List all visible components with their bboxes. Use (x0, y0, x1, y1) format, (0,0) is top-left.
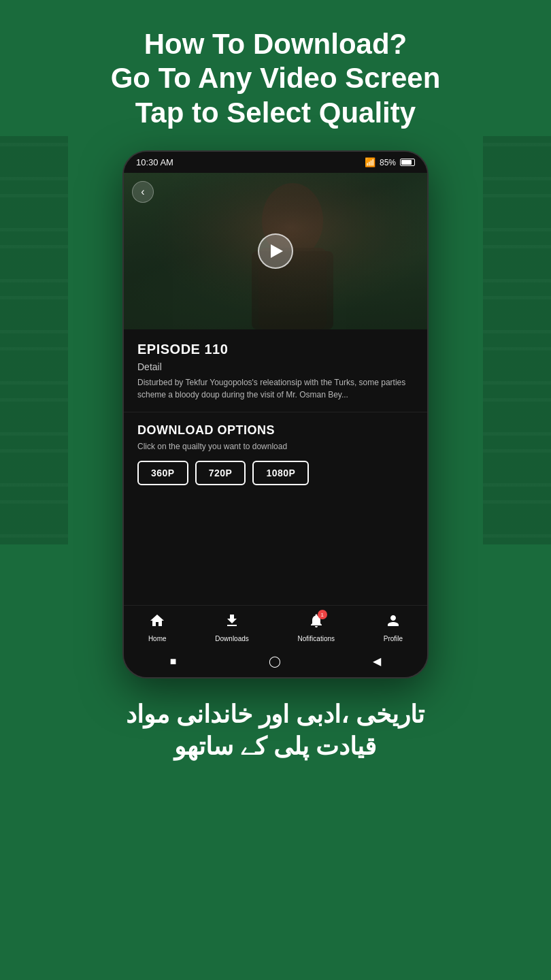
quality-buttons: 360P 720P 1080P (137, 461, 414, 485)
download-icon (224, 612, 240, 633)
nav-downloads-label: Downloads (215, 635, 248, 642)
video-section: ‹ (124, 173, 427, 329)
play-icon (271, 244, 283, 258)
nav-downloads[interactable]: Downloads (215, 612, 248, 642)
nav-notifications[interactable]: 1 Nofifications (298, 612, 335, 642)
battery-icon (400, 159, 415, 166)
download-subtitle: Click on the quailty you want to downloa… (137, 442, 414, 451)
header-line2: Go To Any Video Screen (111, 61, 441, 95)
home-icon (149, 612, 165, 633)
phone-mockup: 10:30 AM 📶 85% (122, 150, 429, 679)
nav-profile[interactable]: Profile (384, 612, 403, 642)
download-title: DOWNLOAD OPTIONS (137, 423, 414, 438)
download-section: DOWNLOAD OPTIONS Click on the quailty yo… (124, 412, 427, 496)
header-section: How To Download? Go To Any Video Screen … (111, 27, 441, 130)
footer-urdu-text: تاریخی ،ادبی اور خاندانی مواد قیادت پلی … (126, 699, 424, 763)
status-bar: 10:30 AM 📶 85% (124, 152, 427, 173)
episode-info: EPISODE 110 Detail Disturbed by Tekfur Y… (124, 329, 427, 412)
system-stop-button[interactable]: ■ (170, 655, 177, 668)
system-home-button[interactable]: ◯ (269, 655, 281, 668)
header-line3: Tap to Select Quality (111, 96, 441, 130)
header-line1: How To Download? (111, 27, 441, 61)
footer-line2: قیادت پلی کے ساتھو (126, 731, 424, 763)
quality-720p-button[interactable]: 720P (195, 461, 246, 485)
play-button[interactable] (258, 233, 293, 269)
nav-home-label: Home (148, 635, 167, 642)
battery-percent: 85% (380, 158, 396, 167)
profile-icon (385, 612, 401, 633)
episode-title: EPISODE 110 (137, 342, 414, 357)
bell-icon: 1 (308, 612, 324, 633)
empty-content-area (124, 496, 427, 605)
status-icons: 📶 85% (365, 157, 415, 167)
episode-description: Disturbed by Tekfur Yougopolos's releati… (137, 376, 414, 401)
quality-1080p-button[interactable]: 1080P (252, 461, 309, 485)
bottom-nav: Home Downloads 1 Nofifications (124, 605, 427, 648)
status-time: 10:30 AM (136, 157, 173, 167)
nav-notifications-label: Nofifications (298, 635, 335, 642)
nav-home[interactable]: Home (148, 612, 167, 642)
detail-label: Detail (137, 361, 414, 372)
video-thumbnail: ‹ (124, 173, 427, 329)
notification-badge: 1 (318, 610, 327, 619)
footer-line1: تاریخی ،ادبی اور خاندانی مواد (126, 699, 424, 731)
system-bar: ■ ◯ ◀ (124, 648, 427, 677)
quality-360p-button[interactable]: 360P (137, 461, 188, 485)
wifi-icon: 📶 (365, 157, 375, 167)
back-button[interactable]: ‹ (132, 181, 154, 203)
system-back-button[interactable]: ◀ (373, 655, 381, 668)
nav-profile-label: Profile (384, 635, 403, 642)
